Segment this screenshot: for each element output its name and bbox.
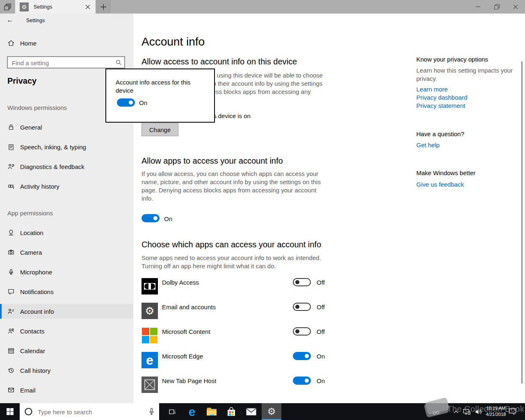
notifications-icon <box>7 288 15 295</box>
privacy-options-heading: Know your privacy options <box>416 56 488 63</box>
group-label-windows-permissions: Windows permissions <box>7 104 67 111</box>
sidebar-item-home[interactable]: Home <box>0 36 133 50</box>
start-button[interactable] <box>0 403 20 420</box>
popup-toggle[interactable] <box>117 98 135 107</box>
toggle-state-label: Off <box>317 279 325 286</box>
taskbar-edge-button[interactable]: e <box>182 403 202 420</box>
app-access-toggle[interactable] <box>142 214 160 222</box>
close-window-button[interactable] <box>506 0 525 14</box>
sidebar-item-call-history[interactable]: Call history <box>0 363 133 378</box>
task-view-icon <box>168 408 176 416</box>
window-controls <box>468 0 525 14</box>
get-help-link[interactable]: Get help <box>416 142 440 148</box>
close-icon <box>85 5 90 9</box>
sidebar-item-camera[interactable]: Camera <box>0 245 133 260</box>
toggle-state-label: Off <box>317 304 325 310</box>
back-button[interactable]: ← <box>7 16 14 24</box>
app-name: Email and accounts <box>162 304 216 310</box>
tray-chevron-button[interactable] <box>451 410 461 413</box>
search-icon[interactable] <box>116 59 122 66</box>
choose-apps-body: Some apps need to access your account in… <box>142 254 330 270</box>
action-center-button[interactable] <box>509 403 516 420</box>
toggle-state-label: Off <box>317 328 325 335</box>
device-access-heading: Allow access to account info on this dev… <box>142 57 297 66</box>
app-access-heading: Allow apps to access your account info <box>142 156 283 166</box>
choose-apps-heading: Choose which apps can access your accoun… <box>142 240 321 249</box>
selected-accent-bar <box>0 304 2 319</box>
sidebar-item-diagnostics-feedback[interactable]: Diagnostics & feedback <box>0 159 133 174</box>
sidebar-item-microphone[interactable]: Microphone <box>0 265 133 279</box>
give-us-feedback-link[interactable]: Give us feedback <box>416 181 464 188</box>
settings-search-box <box>7 56 125 68</box>
cortana-circle-icon[interactable] <box>25 408 32 415</box>
new-tab-page-host-icon <box>142 377 158 393</box>
close-icon <box>513 5 518 9</box>
minimize-button[interactable] <box>468 0 487 14</box>
sidebar-item-account-info[interactable]: Account info <box>0 304 133 319</box>
scrollbar-thumb[interactable] <box>521 62 523 383</box>
microsoft-edge-icon: e <box>142 352 158 368</box>
sidebar-item-speech-inking-typing[interactable]: Speech, inking, & typing <box>0 139 133 154</box>
taskbar-store-button[interactable] <box>221 403 241 420</box>
store-icon <box>226 406 236 417</box>
restore-icon <box>494 4 500 9</box>
edge-icon: e <box>189 406 196 418</box>
microsoft-content-toggle[interactable] <box>293 327 311 336</box>
tab-close-button[interactable] <box>82 1 94 13</box>
change-button[interactable]: Change <box>142 123 178 136</box>
feedback-person-icon <box>7 163 15 170</box>
taskbar-search-input[interactable] <box>37 407 141 417</box>
sidebar-item-contacts[interactable]: Contacts <box>0 324 133 338</box>
tray-volume-button[interactable] <box>472 409 485 415</box>
app-name: Microsoft Content <box>162 328 210 335</box>
call-history-icon <box>7 367 15 374</box>
new-tab-page-host-toggle[interactable] <box>293 377 311 385</box>
microsoft-edge-toggle[interactable] <box>293 352 311 360</box>
email-accounts-toggle[interactable] <box>293 303 311 311</box>
popup-title: Account info access for this device <box>116 78 206 95</box>
new-tab-button[interactable] <box>96 0 111 14</box>
sidebar-item-notifications[interactable]: Notifications <box>0 284 133 299</box>
tab-settings[interactable]: ⚙ Settings <box>15 0 96 14</box>
privacy-dashboard-link[interactable]: Privacy dashboard <box>416 94 467 101</box>
taskbar-clock[interactable]: 10:19 AM 4/21/2018 <box>484 405 508 418</box>
windows-start-icon <box>7 408 14 415</box>
lock-icon <box>7 123 15 131</box>
previous-tabs-button[interactable] <box>0 0 15 14</box>
privacy-statement-link[interactable]: Privacy statement <box>416 102 465 109</box>
contacts-icon <box>7 327 15 335</box>
taskbar-settings-button[interactable]: ⚙ <box>262 403 281 420</box>
taskbar-file-explorer-button[interactable] <box>202 403 221 420</box>
app-access-toggle-label: On <box>164 215 172 222</box>
make-windows-better-heading: Make Windows better <box>416 169 475 176</box>
page-title: Account info <box>142 35 205 48</box>
file-explorer-icon <box>206 407 217 416</box>
toggle-state-label: On <box>317 377 325 384</box>
group-label-app-permissions: App permissions <box>7 210 53 217</box>
popup-toggle-label: On <box>139 99 147 106</box>
svg-text:e: e <box>146 353 153 368</box>
system-tray <box>451 403 485 420</box>
search-input[interactable] <box>11 58 111 68</box>
gear-icon: ⚙ <box>267 407 276 416</box>
microsoft-content-icon <box>142 327 158 344</box>
chevron-up-icon <box>454 410 459 413</box>
activity-history-icon <box>7 183 15 190</box>
settings-gear-icon: ⚙ <box>20 2 29 11</box>
taskbar-search-box <box>20 403 159 420</box>
tray-network-button[interactable] <box>461 409 472 415</box>
taskbar-mail-button[interactable] <box>241 403 261 420</box>
app-access-body: If you allow access, you can choose whic… <box>142 170 330 203</box>
sidebar-item-email[interactable]: Email <box>0 383 133 397</box>
dolby-access-toggle[interactable] <box>293 278 311 286</box>
clock-time: 10:19 AM <box>484 405 508 411</box>
restore-button[interactable] <box>487 0 506 14</box>
sidebar-item-location[interactable]: Location <box>0 225 133 240</box>
clipboard-icon <box>7 143 15 151</box>
mic-icon[interactable] <box>148 408 155 415</box>
learn-more-link[interactable]: Learn more <box>416 86 448 93</box>
task-view-button[interactable] <box>162 403 182 420</box>
sidebar-item-calendar[interactable]: Calendar <box>0 343 133 358</box>
have-a-question-heading: Have a question? <box>416 130 464 137</box>
sidebar-item-activity-history[interactable]: Activity history <box>0 179 133 194</box>
